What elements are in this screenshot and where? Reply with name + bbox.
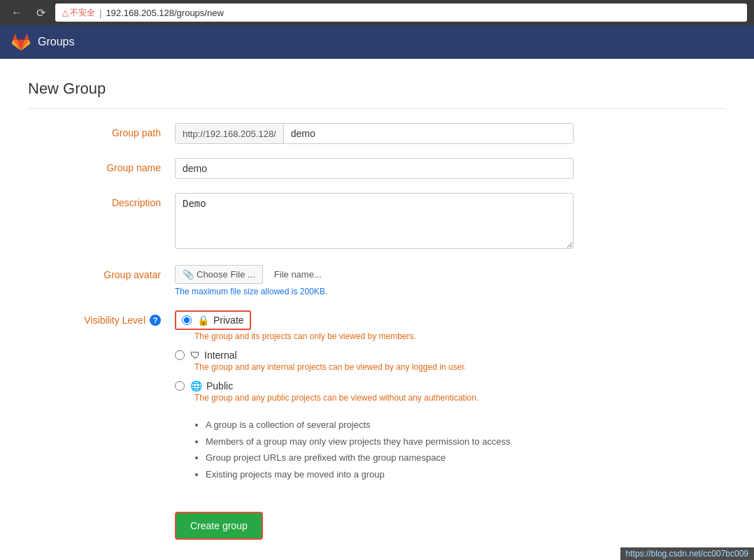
main-content: New Group Group path http://192.168.205.…: [0, 59, 754, 560]
description-textarea[interactable]: Demo: [175, 193, 574, 249]
browser-chrome: ← ⟳ △ 不安全 | 192.168.205.128/groups/new: [0, 0, 754, 25]
paperclip-icon: 📎: [183, 269, 194, 280]
info-bullets: A group is a collection of several proje…: [194, 418, 574, 484]
group-path-row: http://192.168.205.128/: [175, 123, 574, 144]
internal-option-row: 🛡 Internal: [175, 350, 574, 361]
form-container: Group path http://192.168.205.128/ Group…: [70, 123, 726, 540]
info-bullet: A group is a collection of several proje…: [206, 418, 574, 432]
private-highlight-box: 🔒 Private: [175, 310, 251, 330]
gitlab-logo-icon: [11, 32, 31, 52]
visibility-options-wrapper: 🔒 Private The group and its projects can…: [175, 310, 574, 484]
visibility-label: Visibility Level: [84, 315, 145, 326]
internal-label-text: Internal: [204, 350, 237, 361]
page-title: New Group: [28, 80, 726, 109]
private-desc: The group and its projects can only be v…: [194, 331, 574, 341]
security-label: 不安全: [70, 7, 95, 19]
group-avatar-group: Group avatar 📎 Choose File ... File name…: [70, 265, 726, 296]
create-group-button[interactable]: Create group: [175, 512, 263, 540]
status-url: https://blog.csdn.net/cc007bc009: [626, 549, 748, 559]
header-title: Groups: [38, 36, 74, 48]
file-name-text: File name...: [274, 269, 322, 280]
info-bullet: Group project URLs are prefixed with the…: [206, 451, 574, 465]
public-label-text: Public: [206, 380, 233, 392]
private-label-text: Private: [213, 315, 244, 326]
url-text: 192.168.205.128/groups/new: [106, 8, 223, 18]
public-option: 🌐 Public The group and any public projec…: [175, 380, 574, 403]
info-bullet: Existing projects may be moved into a gr…: [206, 468, 574, 482]
internal-desc: The group and any internal projects can …: [194, 362, 574, 372]
group-name-input[interactable]: [175, 158, 574, 179]
visibility-options: 🔒 Private The group and its projects can…: [175, 310, 574, 484]
private-option: 🔒 Private The group and its projects can…: [175, 310, 574, 341]
group-name-label: Group name: [70, 158, 161, 173]
public-label-row: 🌐 Public: [190, 380, 233, 392]
private-radio[interactable]: [182, 315, 192, 325]
internal-radio[interactable]: [175, 350, 185, 360]
info-bullet: Members of a group may only view project…: [206, 435, 574, 449]
public-option-row: 🌐 Public: [175, 380, 574, 392]
private-label-row: 🔒 Private: [197, 315, 244, 326]
warning-triangle-icon: △: [62, 8, 69, 17]
choose-file-button[interactable]: 📎 Choose File ...: [175, 265, 263, 284]
public-desc: The group and any public projects can be…: [194, 393, 574, 403]
description-group: Description Demo: [70, 193, 726, 251]
group-name-wrapper: [175, 158, 574, 179]
group-avatar-wrapper: 📎 Choose File ... File name... The maxim…: [175, 265, 574, 296]
internal-label-row: 🛡 Internal: [190, 350, 237, 361]
status-bar: https://blog.csdn.net/cc007bc009: [620, 547, 754, 560]
shield-icon: 🛡: [190, 350, 200, 361]
visibility-group: Visibility Level ? 🔒 Private: [70, 310, 726, 484]
gitlab-header: Groups: [0, 25, 754, 59]
file-size-hint: The maximum file size allowed is 200KB.: [175, 287, 574, 296]
group-name-group: Group name: [70, 158, 726, 179]
info-list: A group is a collection of several proje…: [194, 418, 574, 481]
security-warning: △ 不安全: [62, 7, 95, 19]
group-path-input[interactable]: [284, 124, 573, 143]
private-option-row: 🔒 Private: [175, 310, 574, 330]
reload-button[interactable]: ⟳: [32, 5, 50, 21]
description-label: Description: [70, 193, 161, 208]
address-bar[interactable]: △ 不安全 | 192.168.205.128/groups/new: [55, 3, 747, 22]
group-path-label: Group path: [70, 123, 161, 138]
lock-icon: 🔒: [197, 315, 209, 326]
internal-option: 🛡 Internal The group and any internal pr…: [175, 350, 574, 372]
group-path-group: Group path http://192.168.205.128/: [70, 123, 726, 144]
help-icon[interactable]: ?: [150, 315, 161, 326]
back-button[interactable]: ←: [7, 5, 27, 20]
globe-icon: 🌐: [190, 380, 202, 392]
group-path-wrapper: http://192.168.205.128/: [175, 123, 574, 144]
public-radio[interactable]: [175, 381, 185, 391]
choose-file-label: Choose File ...: [197, 269, 255, 280]
separator: |: [99, 8, 101, 18]
group-path-prefix: http://192.168.205.128/: [176, 124, 284, 143]
group-avatar-label: Group avatar: [70, 265, 161, 280]
description-wrapper: Demo: [175, 193, 574, 251]
